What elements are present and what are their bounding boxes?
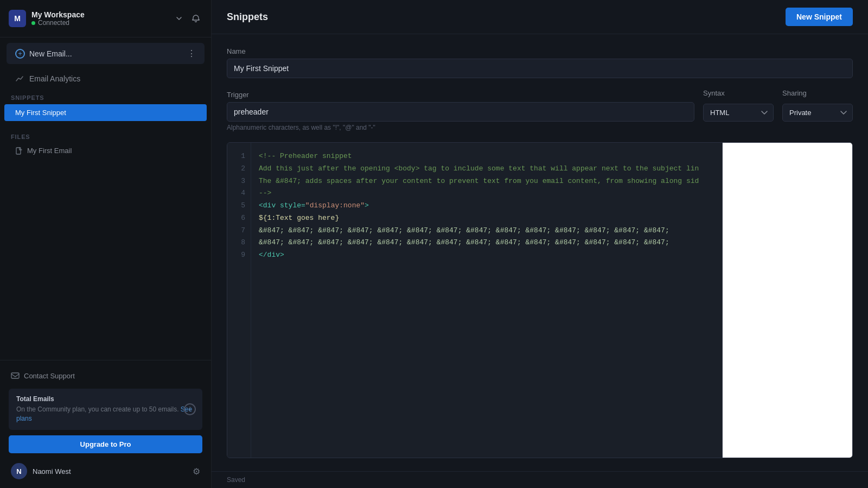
syntax-label: Syntax	[703, 89, 774, 97]
file-label: My First Email	[27, 147, 72, 155]
file-item-my-first-email[interactable]: My First Email	[4, 143, 207, 159]
new-snippet-button[interactable]: New Snippet	[786, 8, 853, 26]
chevron-down-button[interactable]	[173, 12, 185, 24]
syntax-select[interactable]: HTML Plain Text Markdown	[703, 104, 774, 122]
bell-button[interactable]	[189, 12, 202, 25]
name-label: Name	[227, 47, 853, 55]
support-icon	[11, 371, 20, 380]
chart-icon	[15, 74, 24, 83]
trigger-label: Trigger	[227, 91, 694, 99]
name-field-group: Name	[227, 47, 853, 78]
status-dot	[31, 21, 35, 25]
svg-rect-1	[11, 373, 19, 378]
line-numbers: 1 2 3 4 5 6 7 8 9	[227, 143, 251, 458]
gear-icon[interactable]: ⚙	[193, 466, 200, 477]
workspace-info: My Workspace Connected	[31, 10, 173, 27]
workspace-avatar: M	[9, 10, 26, 27]
total-emails-title: Total Emails	[16, 395, 195, 403]
status-label: Connected	[38, 19, 69, 27]
sidebar-item-email-analytics[interactable]: Email Analytics	[4, 69, 207, 88]
workspace-actions	[173, 12, 202, 25]
user-avatar: N	[11, 463, 27, 479]
user-name: Naomi West	[33, 467, 187, 476]
new-email-label: New Email...	[29, 49, 72, 58]
workspace-status: Connected	[31, 19, 173, 27]
info-icon: i	[184, 403, 196, 415]
upgrade-to-pro-button[interactable]: Upgrade to Pro	[9, 435, 202, 453]
user-bar: N Naomi West ⚙	[9, 459, 202, 484]
sidebar-header: M My Workspace Connected	[0, 0, 211, 37]
sharing-label: Sharing	[782, 89, 853, 97]
workspace-name: My Workspace	[31, 10, 173, 20]
files-section: FILES My First Email	[0, 127, 211, 159]
file-icon	[15, 147, 23, 155]
code-editor[interactable]: 1 2 3 4 5 6 7 8 9 <!-- Preheader snippet…	[227, 142, 853, 458]
trigger-field-group: Trigger Syntax HTML Plain Text Markdown …	[227, 89, 853, 131]
snippets-section-label: SNIPPETS	[0, 88, 211, 104]
sharing-select-group: Sharing Private Public Team	[782, 89, 853, 122]
snippet-item-my-first-snippet[interactable]: My First Snippet	[4, 104, 207, 121]
sidebar-bottom: Contact Support Total Emails On the Comm…	[0, 360, 211, 488]
trigger-input[interactable]	[227, 102, 694, 122]
preview-pane	[722, 143, 852, 458]
chevron-down-icon	[175, 15, 183, 22]
editor-area: Name Trigger Syntax HTML Plain Text	[212, 34, 868, 471]
trigger-hint: Alphanumeric characters, as well as "!",…	[227, 124, 853, 131]
menu-icon: ⋮	[187, 48, 196, 59]
main-header: Snippets New Snippet	[212, 0, 868, 34]
bell-icon	[192, 14, 200, 23]
status-bar: Saved	[212, 471, 868, 488]
trigger-wrap: Trigger	[227, 91, 694, 122]
sharing-select[interactable]: Private Public Team	[782, 104, 853, 122]
svg-rect-0	[16, 148, 21, 154]
new-email-button[interactable]: + New Email... ⋮	[7, 43, 205, 64]
page-title: Snippets	[227, 11, 786, 23]
main-content: Snippets New Snippet Name Trigger Syntax	[212, 0, 868, 488]
contact-support-link[interactable]: Contact Support	[9, 368, 202, 383]
total-emails-desc: On the Community plan, you can create up…	[16, 405, 195, 423]
save-status: Saved	[227, 476, 245, 484]
trigger-options-row: Trigger Syntax HTML Plain Text Markdown …	[227, 89, 853, 122]
sidebar: M My Workspace Connected	[0, 0, 212, 488]
contact-support-label: Contact Support	[24, 372, 75, 380]
files-section-label: FILES	[0, 127, 211, 143]
name-input[interactable]	[227, 59, 853, 78]
syntax-select-group: Syntax HTML Plain Text Markdown	[703, 89, 774, 122]
plus-icon: +	[15, 49, 25, 59]
email-analytics-label: Email Analytics	[29, 74, 80, 83]
total-emails-card: Total Emails On the Community plan, you …	[9, 389, 202, 430]
